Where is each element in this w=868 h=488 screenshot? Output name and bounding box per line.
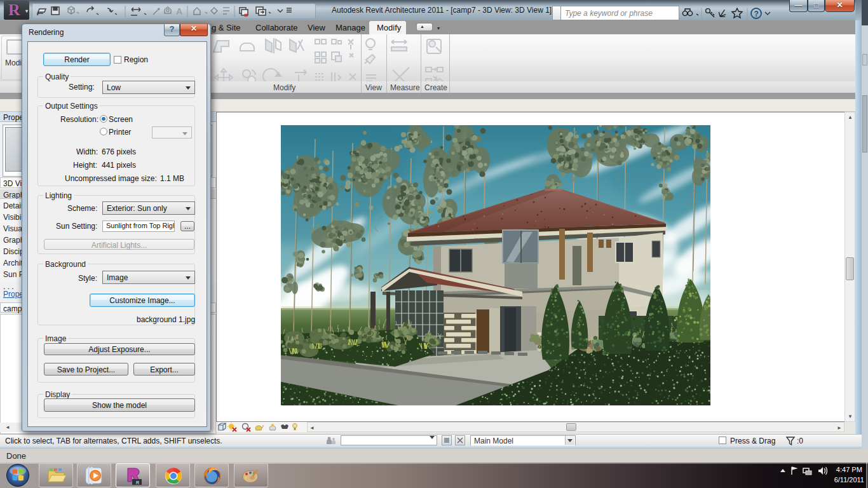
svg-text:A: A: [176, 6, 182, 17]
svg-text:?: ?: [754, 10, 759, 18]
svg-text:R: R: [136, 480, 139, 485]
